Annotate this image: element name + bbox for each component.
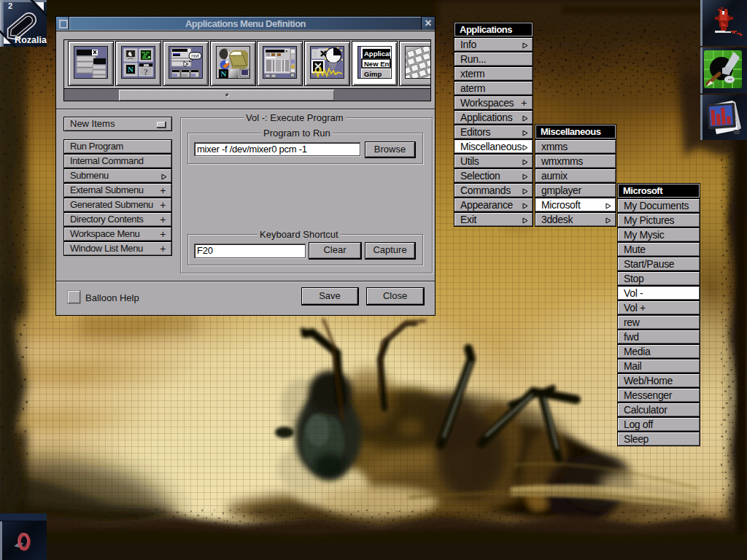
svg-text:2: 2	[8, 1, 12, 10]
svg-text:New Entr[: New Entr[	[364, 60, 391, 68]
svg-text:rxvt: rxvt	[191, 53, 199, 58]
svg-text:?: ?	[144, 67, 148, 77]
svg-text:Gimp: Gimp	[364, 70, 382, 78]
svg-text:Rozalia: Rozalia	[15, 35, 47, 45]
svg-text:N: N	[128, 65, 133, 74]
svg-text:Applicati: Applicati	[364, 50, 391, 58]
svg-text:N: N	[221, 69, 227, 78]
